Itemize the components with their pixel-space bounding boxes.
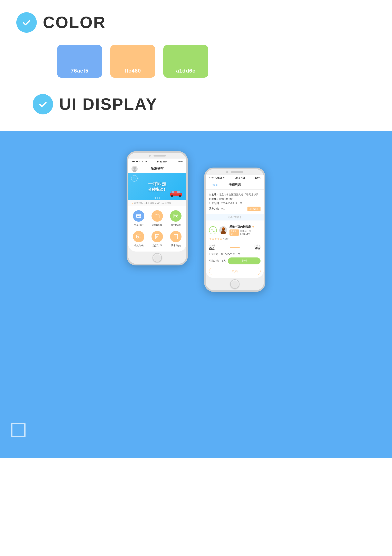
- check-icon: [22, 17, 32, 28]
- messages-icon-circle: [133, 231, 144, 242]
- phone2-app-header: 〈 首页 行程列表: [206, 181, 264, 190]
- svg-point-37: [234, 247, 235, 248]
- dest-city-block: 到达地 济南: [254, 244, 261, 251]
- ui-display-section-header: UI DISPLAY: [16, 90, 392, 118]
- score-value: 4.9分: [223, 237, 228, 240]
- trip-time-content: 出发时间：2016-10-09 12：30: [209, 201, 242, 206]
- route-row: 出发地 南京 到达地 济南: [209, 242, 261, 253]
- back-button[interactable]: 〈 首页: [209, 183, 218, 187]
- svg-rect-20: [136, 235, 141, 238]
- publish-icon-circle: [133, 210, 144, 222]
- home-button-2[interactable]: [230, 279, 240, 289]
- schedule-label: 预约行程: [171, 223, 181, 227]
- ui-check-icon: [38, 99, 48, 109]
- schedule-icon-circle: [170, 210, 181, 222]
- trip-passengers: 乘车人数：5人: [209, 207, 225, 211]
- star-rating: ★★★★★: [209, 237, 222, 240]
- svg-marker-35: [238, 247, 240, 248]
- svg-point-31: [221, 231, 226, 234]
- swatch-blue-label: 76aef5: [71, 68, 89, 74]
- dest-city: 济南: [254, 247, 261, 251]
- orders-label: 我的订单: [152, 244, 162, 247]
- route-arrow-icon: [229, 245, 241, 249]
- banner-car-icon: [168, 189, 184, 197]
- driver-card: 爱吃书页的长颈鹿 五星驾驶 车牌号：京E2125441: [206, 222, 264, 278]
- driver-time-row: 出发时间： 2016-10-09 12：30: [209, 253, 261, 256]
- promo-star-icon: ★: [131, 202, 133, 205]
- shop-label: 积分商城: [152, 223, 162, 227]
- signal-indicator: ●●●●● AT&T ✦: [131, 160, 147, 163]
- trip-dest-row: 目的地：承德市双滦区: [209, 197, 261, 201]
- swatch-green: a1dd6c: [163, 45, 208, 78]
- phone-icon: [211, 228, 215, 232]
- driver-tag: 五星驾驶: [229, 230, 239, 236]
- trip-dest-value: 承德市双滦区: [219, 198, 234, 201]
- cancel-button[interactable]: 取消: [209, 268, 261, 275]
- notice-icon-circle: [170, 231, 181, 242]
- driver-time-value: 2016-10-09 12：30: [221, 253, 240, 255]
- trip-list-title: 行程列表: [228, 183, 241, 187]
- menu-item-messages[interactable]: 消息列表: [131, 231, 146, 247]
- banner-line1: 一呼即走: [148, 181, 166, 187]
- app-title: 乐途拼车: [151, 167, 164, 171]
- svg-point-1: [133, 170, 136, 172]
- svg-rect-18: [174, 216, 175, 217]
- phone1-top: [128, 153, 186, 159]
- phone1-status-bar: ●●●●● AT&T ✦ 9:41 AM 100%: [128, 159, 186, 164]
- rating-row: ★★★★★ 4.9分: [209, 237, 261, 240]
- phones-container: ●●●●● AT&T ✦ 9:41 AM 100% 乐途拼车: [0, 131, 392, 458]
- publish-label: 发布出行: [134, 223, 143, 227]
- notice-label: 乘客须知: [171, 244, 181, 247]
- orders-icon-circle: [151, 231, 163, 242]
- camera-dot: [149, 155, 151, 157]
- speaker-bar: [153, 155, 166, 156]
- driver-name: 爱吃书页的长颈鹿: [229, 225, 251, 229]
- dot-1: [155, 197, 156, 199]
- driver-info-text: 爱吃书页的长颈鹿 五星驾驶 车牌号：京E2125441: [229, 225, 261, 236]
- trip-time-row: 出发时间：2016-10-09 12：30: [209, 201, 261, 206]
- ui-display-check-circle: [33, 94, 53, 115]
- white-square-decoration: [11, 423, 25, 437]
- signal-indicator-2: ●●●●● AT&T ✦: [209, 177, 225, 179]
- user-avatar: [131, 166, 138, 172]
- battery-indicator: 100%: [177, 160, 183, 163]
- dot-2: [157, 197, 158, 199]
- pay-button[interactable]: 支付: [228, 257, 261, 264]
- svg-text:Zoom: Zoom: [133, 177, 138, 180]
- capacity-row: 可载人数： 5人: [209, 259, 226, 263]
- dest-city-label: 到达地: [254, 244, 261, 247]
- trip-time-value: 2016-10-09 12：30: [221, 202, 242, 205]
- banner-dots: [155, 197, 160, 199]
- color-swatches-row: 76aef5 ffc480 a1dd6c: [57, 45, 392, 78]
- banner-content: 一呼即走 分秒接驾！: [148, 181, 166, 192]
- menu-item-notice[interactable]: 乘客须知: [168, 231, 183, 247]
- menu-item-publish[interactable]: 发布出行: [131, 210, 146, 227]
- trip-time-label: 出发时间：: [209, 202, 221, 205]
- svg-point-32: [222, 227, 224, 229]
- phone1-menu-grid: 发布出行 积分商城: [128, 206, 186, 252]
- status-time-2: 9:41 AM: [234, 176, 245, 179]
- ui-display-title: UI DISPLAY: [59, 95, 158, 114]
- svg-rect-7: [177, 191, 180, 193]
- phone2-mockup: ●●●●● AT&T ✦ 9:41 AM 100% 〈 首页 行程列表 出发地：…: [204, 168, 265, 292]
- swatch-blue: 76aef5: [57, 45, 102, 78]
- menu-item-shop[interactable]: 积分商城: [150, 210, 165, 227]
- trip-info-card: 出发地：北京市丰台区百强大道10号天龙华鹊 目的地：承德市双滦区 出发时间：20…: [206, 190, 264, 214]
- driver-time-label: 出发时间：: [209, 253, 220, 255]
- menu-item-orders[interactable]: 我的订单: [150, 231, 165, 247]
- svg-rect-6: [172, 191, 174, 193]
- shop-icon: [154, 213, 160, 219]
- promo-text: 乐途拼车，上下班低至5元，马上抢座: [134, 201, 171, 205]
- origin-city: 南京: [209, 247, 215, 251]
- swatch-orange: ffc480: [110, 45, 155, 78]
- phone-call-icon[interactable]: [209, 226, 217, 234]
- cancel-order-button[interactable]: 取消订单: [248, 207, 261, 211]
- home-button-1[interactable]: [152, 253, 162, 262]
- origin-city-label: 出发地: [209, 244, 215, 247]
- phone2-status-bar: ●●●●● AT&T ✦ 9:41 AM 100%: [206, 175, 264, 181]
- origin-city-block: 出发地 南京: [209, 244, 215, 251]
- promo-text-bar: ★ 乐途拼车，上下班低至5元，马上抢座: [128, 200, 186, 206]
- menu-item-schedule[interactable]: 预约行程: [168, 210, 183, 227]
- driver-header: 爱吃书页的长颈鹿 五星驾驶 车牌号：京E2125441: [209, 225, 261, 236]
- color-swatches-container: 76aef5 ffc480 a1dd6c: [0, 41, 392, 90]
